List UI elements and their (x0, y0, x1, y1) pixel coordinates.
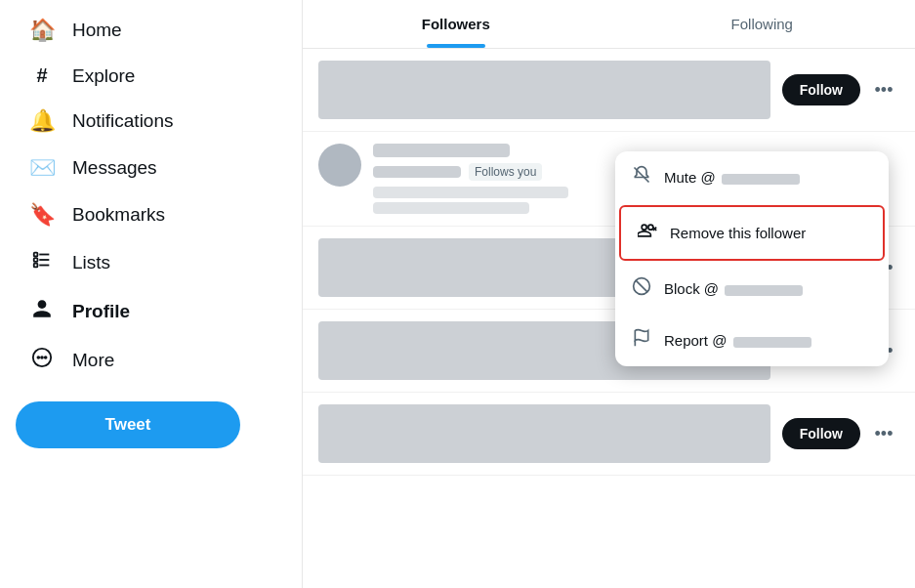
report-label: Report @ (664, 332, 811, 349)
sidebar-item-label: Notifications (72, 110, 174, 132)
user-handle-bar (373, 166, 461, 178)
user-row-5: Follow ••• (303, 393, 915, 476)
follows-you-badge: Follows you (469, 163, 542, 181)
main-content: Followers Following Follow ••• F (303, 0, 915, 588)
remove-follower-label: Remove this follower (670, 225, 806, 241)
list-icon (29, 249, 55, 276)
blurred-user-content-5 (318, 404, 770, 463)
dropdown-block-item[interactable]: Block @ (615, 263, 889, 315)
user-actions-1: Follow ••• (782, 74, 899, 105)
tab-followers[interactable]: Followers (303, 0, 609, 48)
follow-button-1[interactable]: Follow (782, 74, 860, 105)
more-dots-icon: ••• (875, 80, 894, 101)
sidebar-item-home[interactable]: 🏠 Home (16, 8, 286, 53)
svg-rect-3 (34, 253, 38, 257)
explore-icon: # (29, 64, 55, 87)
mail-icon: ✉️ (29, 155, 55, 181)
report-icon (631, 328, 652, 353)
sidebar-item-notifications[interactable]: 🔔 Notifications (16, 99, 286, 144)
dropdown-mute-item[interactable]: Mute @ (615, 151, 889, 203)
svg-point-8 (41, 357, 43, 358)
mute-icon (631, 165, 652, 189)
mute-label: Mute @ (664, 169, 800, 186)
more-icon (29, 347, 55, 374)
svg-rect-5 (34, 264, 38, 268)
more-options-button-1[interactable]: ••• (868, 74, 899, 105)
follow-button-5[interactable]: Follow (782, 418, 860, 449)
sidebar: 🏠 Home # Explore 🔔 Notifications ✉️ Mess… (0, 0, 303, 588)
user-row: Follow ••• (303, 49, 915, 132)
sidebar-item-messages[interactable]: ✉️ Messages (16, 146, 286, 190)
tab-following[interactable]: Following (609, 0, 916, 48)
sidebar-item-label: Bookmarks (72, 204, 165, 226)
home-icon: 🏠 (29, 18, 55, 43)
block-label: Block @ (664, 280, 803, 297)
svg-point-7 (37, 357, 39, 358)
more-dots-icon-5: ••• (875, 424, 894, 444)
more-options-button-5[interactable]: ••• (868, 418, 899, 449)
sidebar-item-more[interactable]: More (16, 337, 286, 384)
sidebar-item-label: Messages (72, 157, 157, 179)
person-icon (29, 298, 55, 325)
tabs-bar: Followers Following (303, 0, 915, 49)
avatar-2 (318, 144, 361, 187)
svg-point-9 (45, 357, 47, 358)
bookmark-icon: 🔖 (29, 202, 55, 228)
bell-icon: 🔔 (29, 108, 55, 134)
sidebar-item-lists[interactable]: Lists (16, 239, 286, 286)
svg-line-14 (636, 280, 647, 292)
remove-follower-icon (637, 221, 658, 245)
user-bio-bar-2 (373, 202, 529, 214)
sidebar-item-bookmarks[interactable]: 🔖 Bookmarks (16, 192, 286, 237)
tweet-button[interactable]: Tweet (16, 401, 240, 448)
sidebar-item-label: Explore (72, 65, 135, 87)
sidebar-item-label: Lists (72, 252, 110, 273)
user-actions-5: Follow ••• (782, 418, 899, 449)
block-icon (631, 276, 652, 301)
context-dropdown: Mute @ Remove this follower (615, 151, 889, 366)
sidebar-item-label: Profile (72, 301, 130, 322)
svg-rect-4 (34, 258, 38, 262)
user-name-bar (373, 144, 510, 157)
sidebar-item-label: Home (72, 20, 122, 41)
sidebar-item-profile[interactable]: Profile (16, 288, 286, 335)
dropdown-report-item[interactable]: Report @ (615, 315, 889, 366)
sidebar-item-label: More (72, 350, 114, 371)
blurred-user-content (318, 61, 770, 119)
sidebar-item-explore[interactable]: # Explore (16, 55, 286, 97)
dropdown-remove-follower-item[interactable]: Remove this follower (619, 205, 885, 261)
user-bio-bar-1 (373, 187, 568, 198)
